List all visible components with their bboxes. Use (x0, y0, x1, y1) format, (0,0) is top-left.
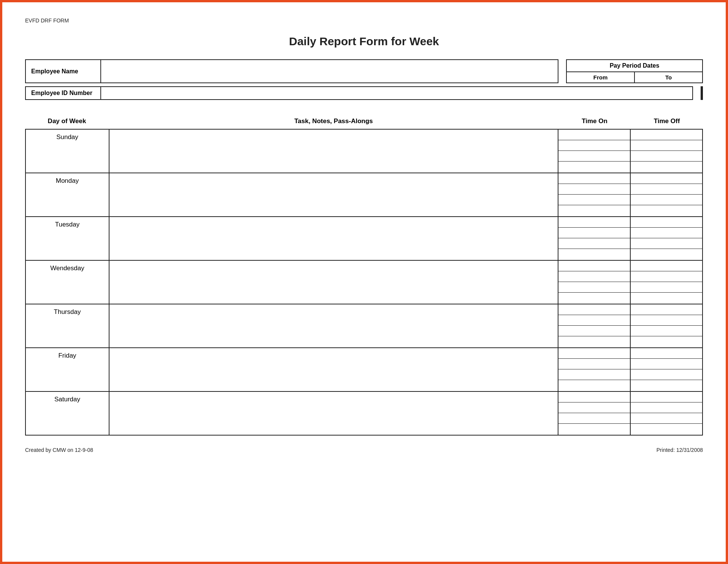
timeoff-cell-saturday[interactable] (630, 391, 703, 435)
col-header-timeon: Time On (558, 115, 631, 127)
employee-name-input[interactable] (101, 59, 558, 83)
timeoff-cell-tuesday[interactable] (630, 217, 703, 260)
task-cell-friday[interactable] (109, 348, 558, 391)
task-cell-monday[interactable] (109, 173, 558, 217)
day-cell-wendesday: Wendesday (25, 260, 109, 304)
schedule-table: SundayMondayTuesdayWendesdayThursdayFrid… (25, 129, 703, 436)
timeon-cell-tuesday[interactable] (558, 217, 630, 260)
timeoff-cell-monday[interactable] (630, 173, 703, 217)
timeon-cell-saturday[interactable] (558, 391, 630, 435)
footer: Created by CMW on 12-9-08 Printed: 12/31… (25, 447, 703, 453)
timeon-cell-thursday[interactable] (558, 304, 630, 348)
page-container: EVFD DRF FORM Daily Report Form for Week… (0, 0, 728, 564)
task-cell-tuesday[interactable] (109, 217, 558, 260)
employee-id-label: Employee ID Number (25, 86, 101, 100)
task-cell-saturday[interactable] (109, 391, 558, 435)
day-cell-thursday: Thursday (25, 304, 109, 348)
timeoff-cell-thursday[interactable] (630, 304, 703, 348)
pay-period-to-input[interactable] (702, 86, 703, 100)
day-cell-sunday: Sunday (25, 129, 109, 173)
employee-name-label: Employee Name (25, 59, 101, 83)
timeoff-cell-friday[interactable] (630, 348, 703, 391)
day-cell-monday: Monday (25, 173, 109, 217)
col-header-day: Day of Week (25, 115, 109, 127)
pay-period-inputs (701, 86, 703, 100)
day-cell-saturday: Saturday (25, 391, 109, 435)
to-label: To (635, 72, 703, 83)
task-cell-thursday[interactable] (109, 304, 558, 348)
form-title: Daily Report Form for Week (25, 35, 703, 48)
day-cell-tuesday: Tuesday (25, 217, 109, 260)
column-headers: Day of Week Task, Notes, Pass-Alongs Tim… (25, 115, 703, 127)
footer-printed: Printed: 12/31/2008 (657, 447, 703, 453)
day-cell-friday: Friday (25, 348, 109, 391)
top-fields: Employee Name Pay Period Dates From To E… (25, 59, 703, 100)
task-cell-wendesday[interactable] (109, 260, 558, 304)
col-header-timeoff: Time Off (631, 115, 703, 127)
employee-id-row: Employee ID Number (25, 86, 703, 100)
footer-created: Created by CMW on 12-9-08 (25, 447, 93, 453)
task-cell-sunday[interactable] (109, 129, 558, 173)
col-header-tasks: Task, Notes, Pass-Alongs (109, 115, 558, 127)
form-label: EVFD DRF FORM (25, 17, 703, 24)
pay-period-input-row (701, 86, 703, 100)
timeon-cell-friday[interactable] (558, 348, 630, 391)
pay-period-header: Pay Period Dates (566, 59, 703, 72)
employee-name-row: Employee Name Pay Period Dates From To (25, 59, 703, 83)
pay-period-section: Pay Period Dates From To (566, 59, 703, 83)
employee-id-input[interactable] (101, 86, 693, 100)
timeon-cell-wendesday[interactable] (558, 260, 630, 304)
pay-period-subrow: From To (566, 72, 703, 83)
timeoff-cell-wendesday[interactable] (630, 260, 703, 304)
timeon-cell-sunday[interactable] (558, 129, 630, 173)
timeon-cell-monday[interactable] (558, 173, 630, 217)
timeoff-cell-sunday[interactable] (630, 129, 703, 173)
from-label: From (566, 72, 635, 83)
